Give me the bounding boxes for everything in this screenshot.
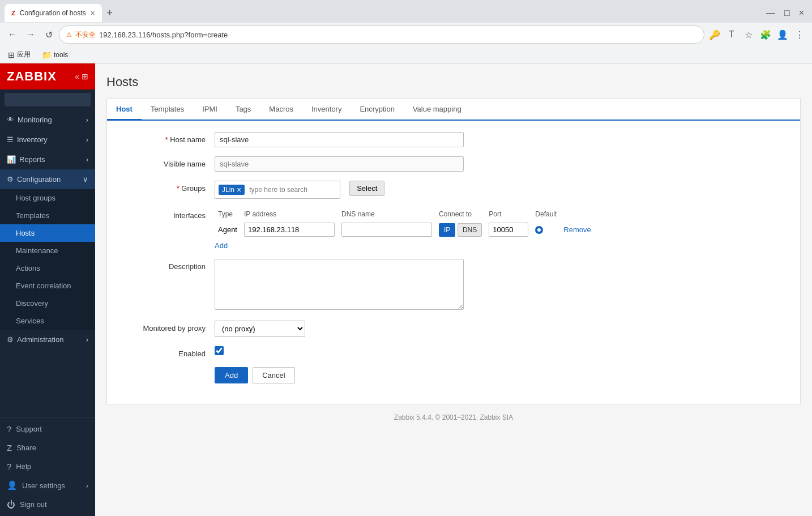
remove-interface-link[interactable]: Remove [563, 225, 591, 234]
tab-close-button[interactable]: × [90, 8, 95, 18]
administration-icon: ⚙ [7, 335, 14, 344]
groups-tag-input[interactable]: JLin × [215, 181, 340, 199]
host-name-input[interactable] [215, 132, 464, 147]
connect-dns-button[interactable]: DNS [458, 223, 482, 237]
translate-icon[interactable]: T [724, 27, 740, 42]
sidebar-item-user-settings[interactable]: 👤 User settings › [0, 476, 95, 495]
tab-host[interactable]: Host [107, 99, 142, 121]
interfaces-header: Type IP address DNS name Connect to Port… [215, 208, 595, 220]
visible-name-input[interactable] [215, 156, 464, 172]
browser-tab[interactable]: Z Configuration of hosts × [5, 4, 102, 22]
password-icon[interactable]: 🔑 [707, 27, 723, 42]
security-label: 不安全 [75, 30, 96, 40]
col-default: Default [532, 208, 560, 220]
collapse-icon[interactable]: « [75, 72, 79, 81]
profile-icon[interactable]: 👤 [775, 27, 790, 42]
support-icon: ? [7, 424, 11, 434]
iface-dns-input[interactable] [341, 223, 432, 237]
visible-name-label: Visible name [124, 156, 215, 168]
search-input[interactable] [5, 93, 91, 106]
interfaces-label: Interfaces [124, 208, 215, 220]
sidebar-item-maintenance[interactable]: Maintenance [0, 242, 95, 259]
folder-icon: 📁 [42, 50, 52, 59]
tab-inventory[interactable]: Inventory [302, 99, 351, 121]
add-button[interactable]: Add [215, 367, 248, 383]
grid-icon[interactable]: ⊞ [82, 72, 88, 81]
address-bar[interactable]: ⚠ 不安全 192.168.23.116/hosts.php?form=crea… [59, 25, 704, 44]
refresh-button[interactable]: ↺ [41, 27, 57, 42]
description-textarea[interactable] [215, 259, 464, 310]
sidebar-item-share[interactable]: Z Share [0, 438, 95, 457]
form-card: Host Templates IPMI Tags Macros Inventor… [106, 99, 801, 404]
sidebar-item-reports[interactable]: 📊 Reports › [0, 150, 95, 169]
groups-tag-remove[interactable]: × [237, 186, 241, 194]
cancel-button[interactable]: Cancel [253, 367, 294, 383]
col-ip: IP address [241, 208, 338, 220]
add-interface-link[interactable]: Add [215, 241, 595, 250]
iface-dns-cell [338, 220, 435, 239]
form-buttons-row: Add Cancel [124, 367, 783, 383]
iface-ip-input[interactable] [244, 223, 335, 237]
sidebar-item-sign-out[interactable]: ⏻ Sign out [0, 495, 95, 514]
sidebar-item-services[interactable]: Services [0, 312, 95, 330]
minimize-button[interactable]: — [763, 7, 779, 19]
select-button[interactable]: Select [349, 181, 384, 196]
monitoring-arrow: › [86, 116, 88, 124]
help-icon: ? [7, 462, 11, 471]
sidebar-item-templates[interactable]: Templates [0, 207, 95, 224]
col-type: Type [215, 208, 241, 220]
sidebar-item-administration[interactable]: ⚙ Administration › [0, 330, 95, 349]
reports-label: Reports [19, 155, 86, 164]
forward-button[interactable]: → [23, 27, 39, 42]
sidebar-item-hosts[interactable]: Hosts [0, 224, 95, 242]
sidebar: ZABBIX « ⊞ 👁 Monitoring › ☰ Inventory › … [0, 63, 95, 516]
inventory-arrow: › [86, 135, 88, 144]
sidebar-item-inventory[interactable]: ☰ Inventory › [0, 130, 95, 150]
sidebar-item-configuration[interactable]: ⚙ Configuration ∨ [0, 169, 95, 189]
tab-encryption[interactable]: Encryption [351, 99, 403, 121]
proxy-select[interactable]: (no proxy) [215, 321, 305, 337]
extensions-icon[interactable]: 🧩 [758, 27, 773, 42]
menu-icon[interactable]: ⋮ [792, 27, 807, 42]
groups-search-input[interactable] [247, 185, 336, 195]
bookmark-apps[interactable]: ⊞ 应用 [5, 49, 34, 61]
sidebar-item-help[interactable]: ? Help [0, 457, 95, 476]
enabled-checkbox[interactable] [215, 346, 224, 355]
sidebar-nav: 👁 Monitoring › ☰ Inventory › 📊 Reports ›… [0, 110, 95, 417]
iface-port-input[interactable] [489, 223, 528, 237]
iface-default-radio[interactable] [535, 226, 543, 234]
bookmark-tools[interactable]: 📁 tools [39, 49, 71, 61]
window-controls: — □ × [763, 7, 807, 19]
support-label: Support [16, 425, 42, 433]
configuration-submenu: Host groups Templates Hosts Maintenance … [0, 189, 95, 330]
url-text[interactable]: 192.168.23.116/hosts.php?form=create [99, 31, 697, 39]
share-label: Share [16, 443, 36, 452]
sidebar-item-host-groups[interactable]: Host groups [0, 189, 95, 207]
tab-value-mapping[interactable]: Value mapping [404, 99, 471, 121]
user-settings-label: User settings [22, 481, 65, 490]
new-tab-button[interactable]: + [102, 5, 118, 21]
connect-ip-button[interactable]: IP [439, 223, 455, 237]
back-button[interactable]: ← [5, 27, 20, 42]
security-warning-icon: ⚠ [66, 31, 72, 39]
tab-tags[interactable]: Tags [226, 99, 260, 121]
bookmark-icon[interactable]: ☆ [741, 27, 757, 42]
app-layout: ZABBIX « ⊞ 👁 Monitoring › ☰ Inventory › … [0, 63, 812, 516]
sidebar-item-event-correlation[interactable]: Event correlation [0, 277, 95, 295]
sidebar-item-actions[interactable]: Actions [0, 259, 95, 277]
maximize-button[interactable]: □ [781, 7, 793, 19]
tab-ipmi[interactable]: IPMI [193, 99, 226, 121]
iface-type: Agent [215, 220, 241, 239]
tab-templates[interactable]: Templates [142, 99, 193, 121]
sidebar-item-monitoring[interactable]: 👁 Monitoring › [0, 110, 95, 130]
col-action [560, 208, 594, 220]
iface-remove-cell: Remove [560, 220, 594, 239]
tab-macros[interactable]: Macros [260, 99, 302, 121]
close-button[interactable]: × [796, 7, 807, 19]
sidebar-item-discovery[interactable]: Discovery [0, 295, 95, 312]
sidebar-item-support[interactable]: ? Support [0, 420, 95, 438]
interfaces-control: Type IP address DNS name Connect to Port… [215, 208, 595, 250]
form-body: Host name Visible name Groups [107, 121, 800, 404]
page-title: Hosts [106, 75, 801, 89]
host-name-control [215, 132, 464, 147]
